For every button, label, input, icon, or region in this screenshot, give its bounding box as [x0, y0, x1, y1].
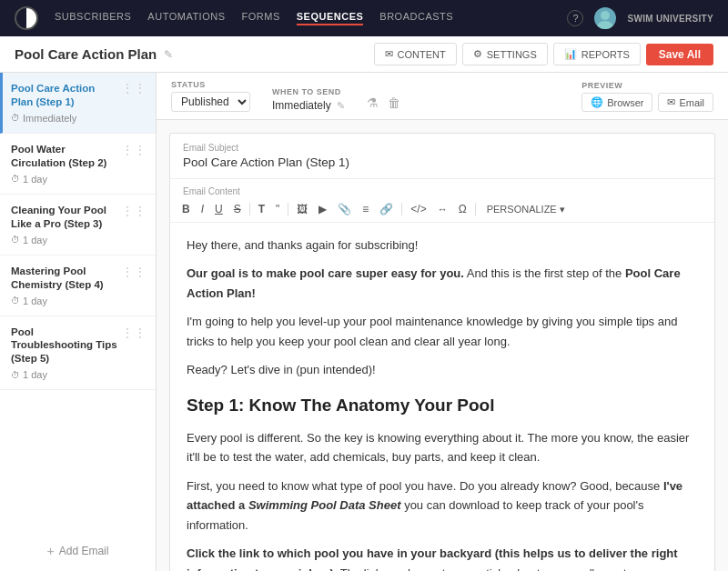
help-icon[interactable]: ?: [567, 10, 583, 26]
clock-icon-step3: ⏱: [11, 235, 20, 245]
sidebar-item-sub-step4: ⏱ 1 day: [11, 296, 117, 306]
para-ready: Ready? Let's dive in (pun intended)!: [187, 360, 698, 379]
sidebar-item-step2[interactable]: Pool Water Circulation (Step 2) ⏱ 1 day …: [0, 134, 156, 195]
drag-handle-step4[interactable]: ⋮⋮: [117, 265, 147, 279]
clock-icon-step2: ⏱: [11, 174, 20, 184]
sidebar-item-title-step3: Cleaning Your Pool Like a Pro (Step 3): [11, 204, 117, 231]
when-group: WHEN TO SEND Immediately ✎: [272, 87, 345, 112]
sidebar-item-title-step5: Pool Troubleshooting Tips (Step 5): [11, 326, 117, 366]
heading-button[interactable]: T: [254, 201, 269, 217]
add-email-button[interactable]: + Add Email: [0, 531, 156, 571]
nav-items: SUBSCRIBERS AUTOMATIONS FORMS SEQUENCES …: [55, 11, 567, 25]
drag-handle-step1[interactable]: ⋮⋮: [117, 82, 147, 95]
clock-icon-step4: ⏱: [11, 296, 20, 306]
trash-icon[interactable]: 🗑: [388, 95, 400, 110]
clock-icon-step1: ⏱: [11, 113, 20, 123]
svg-point-0: [601, 11, 610, 20]
preview-btns: 🌐 Browser ✉ Email: [581, 93, 713, 112]
top-nav: SUBSCRIBERS AUTOMATIONS FORMS SEQUENCES …: [0, 0, 728, 36]
para-greeting: Hey there, and thanks again for subscrib…: [187, 235, 698, 255]
sidebar-item-sub-step3: ⏱ 1 day: [11, 235, 117, 245]
para-pool-diff: Every pool is different. So the key is k…: [187, 428, 698, 467]
edit-when-icon[interactable]: ✎: [337, 100, 345, 112]
subject-label: Email Subject: [183, 143, 702, 153]
content-button[interactable]: ✉ CONTENT: [374, 43, 457, 65]
nav-avatar: [594, 7, 616, 29]
email-preview-button[interactable]: ✉ Email: [658, 93, 713, 112]
nav-user-label: SWIM UNIVERSITY: [627, 14, 713, 24]
clock-icon-step5: ⏱: [11, 370, 20, 380]
file-button[interactable]: 📎: [333, 201, 356, 217]
content-label: Email Content: [170, 179, 714, 196]
para-type: First, you need to know what type of poo…: [187, 476, 698, 535]
settings-button[interactable]: ⚙ SETTINGS: [462, 43, 548, 65]
sidebar-item-step4[interactable]: Mastering Pool Chemistry (Step 4) ⏱ 1 da…: [0, 255, 156, 316]
image-button[interactable]: 🖼: [292, 201, 312, 217]
sidebar-item-sub-step2: ⏱ 1 day: [11, 174, 117, 185]
envelope-icon: ✉: [385, 48, 393, 60]
email-icon: ✉: [667, 96, 675, 108]
status-bar: STATUS Published Draft WHEN TO SEND Imme…: [157, 73, 728, 120]
drag-handle-step3[interactable]: ⋮⋮: [117, 204, 147, 218]
para-goal: Our goal is to make pool care super easy…: [187, 264, 698, 303]
email-editor: Email Subject Email Content B I U S T " …: [169, 133, 715, 571]
sidebar-item-step3[interactable]: Cleaning Your Pool Like a Pro (Step 3) ⏱…: [0, 195, 156, 255]
nav-right: ? SWIM UNIVERSITY: [567, 7, 713, 29]
edit-icon[interactable]: ✎: [164, 48, 173, 61]
email-heading: Step 1: Know The Anatomy Your Pool: [187, 391, 698, 419]
email-body: Hey there, and thanks again for subscrib…: [170, 223, 714, 571]
sidebar-item-title-step4: Mastering Pool Chemistry (Step 4): [11, 265, 117, 292]
bar-chart-icon: 📊: [564, 48, 577, 60]
save-all-button[interactable]: Save All: [646, 44, 713, 65]
status-dropdown[interactable]: Published Draft: [171, 92, 250, 112]
drag-handle-step5[interactable]: ⋮⋮: [117, 326, 147, 340]
sidebar-item-sub-step1: ⏱ Immediately: [11, 113, 117, 124]
underline-button[interactable]: U: [210, 201, 228, 217]
gear-icon: ⚙: [473, 48, 482, 60]
browser-icon: 🌐: [591, 96, 603, 108]
plus-icon: +: [47, 544, 55, 558]
drag-handle-step2[interactable]: ⋮⋮: [117, 143, 147, 157]
sidebar-item-sub-step5: ⏱ 1 day: [11, 369, 117, 380]
when-value: Immediately ✎: [272, 99, 345, 112]
sidebar-item-step5[interactable]: Pool Troubleshooting Tips (Step 5) ⏱ 1 d…: [0, 316, 156, 391]
nav-item-subscribers[interactable]: SUBSCRIBERS: [55, 11, 131, 25]
video-button[interactable]: ▶: [314, 201, 331, 217]
sidebar-item-step1[interactable]: Pool Care Action Plan (Step 1) ⏱ Immedia…: [0, 73, 156, 134]
sidebar-item-title-step2: Pool Water Circulation (Step 2): [11, 143, 117, 170]
page-title-area: Pool Care Action Plan ✎: [15, 46, 173, 62]
sidebar: Pool Care Action Plan (Step 1) ⏱ Immedia…: [0, 73, 157, 571]
preview-label: PREVIEW: [581, 81, 713, 90]
page-header: Pool Care Action Plan ✎ ✉ CONTENT ⚙ SETT…: [0, 36, 728, 73]
status-label: STATUS: [171, 80, 250, 89]
page-title: Pool Care Action Plan: [15, 46, 157, 62]
merge-button[interactable]: ↔: [433, 202, 452, 216]
bold-button[interactable]: B: [177, 201, 195, 217]
quote-button[interactable]: ": [271, 201, 284, 217]
content-area: STATUS Published Draft WHEN TO SEND Imme…: [157, 73, 728, 571]
nav-item-broadcasts[interactable]: BROADCASTS: [379, 11, 453, 25]
when-label: WHEN TO SEND: [272, 87, 345, 96]
filter-icon[interactable]: ⚗: [367, 95, 379, 110]
link-button[interactable]: 🔗: [375, 201, 398, 217]
personalize-button[interactable]: PERSONALIZE ▾: [480, 202, 572, 217]
preview-group: PREVIEW 🌐 Browser ✉ Email: [581, 81, 713, 112]
editor-toolbar: B I U S T " 🖼 ▶ 📎 ≡ 🔗 </> ↔ Ω PERSONALIZ…: [170, 196, 714, 223]
list-button[interactable]: ≡: [358, 201, 373, 217]
nav-item-automations[interactable]: AUTOMATIONS: [147, 11, 225, 25]
subject-input[interactable]: [183, 155, 702, 169]
reports-button[interactable]: 📊 REPORTS: [553, 43, 641, 65]
subject-field: Email Subject: [170, 134, 714, 179]
special-char-button[interactable]: Ω: [454, 201, 471, 217]
status-group: STATUS Published Draft: [171, 80, 250, 112]
browser-preview-button[interactable]: 🌐 Browser: [581, 93, 652, 112]
para-click-link: Click the link to which pool you have in…: [187, 544, 698, 571]
nav-logo[interactable]: [15, 6, 38, 30]
italic-button[interactable]: I: [197, 201, 208, 217]
svg-point-1: [597, 21, 613, 29]
status-value: Published Draft: [171, 92, 250, 112]
code-button[interactable]: </>: [406, 201, 430, 217]
strikethrough-button[interactable]: S: [229, 201, 246, 217]
nav-item-forms[interactable]: FORMS: [242, 11, 280, 25]
nav-item-sequences[interactable]: SEQUENCES: [297, 11, 364, 25]
